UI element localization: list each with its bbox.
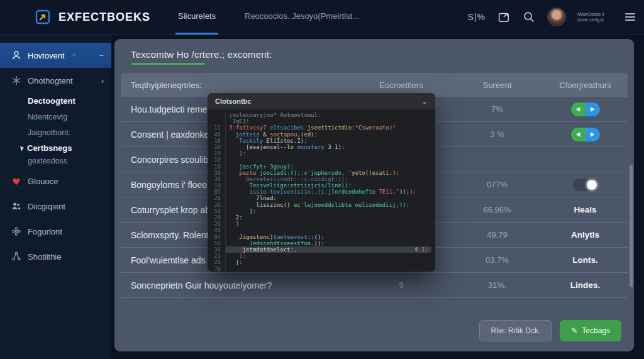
expand-icon[interactable]: −	[99, 51, 104, 60]
sidebar-subitem[interactable]: Dectoogtent	[0, 93, 111, 109]
sidebar-item[interactable]: Glouoce	[0, 168, 111, 194]
line-number: 30	[208, 170, 225, 176]
toggle-switch[interactable]: ◀▶	[571, 102, 600, 116]
modal-title: Clotsontbc	[215, 97, 251, 105]
column-header: Sureent	[452, 80, 543, 90]
person-icon	[11, 50, 21, 60]
panel-footer: Rlie: Rrlik Dck. ✎ Tecbags	[479, 320, 621, 341]
cursor-icon	[20, 145, 25, 151]
line-number: 34	[208, 246, 225, 253]
sidebar-subitem-label: Certbsnegs	[27, 143, 72, 153]
line-number: 10	[208, 182, 225, 189]
flower-icon	[11, 226, 21, 236]
primary-button[interactable]: ✎ Tecbags	[560, 320, 621, 341]
chevron-down-icon[interactable]: ⌄	[421, 97, 428, 106]
sidebar: Hovtovent˅−Ohothogtent›DectoogtentNdentc…	[0, 35, 111, 359]
line-number: 05	[208, 189, 225, 195]
code-line: 34 jetmdatdoeloct:.Φ 1:	[208, 246, 435, 253]
code-line: 04 Jigestenc)(aeteevsst::():	[208, 234, 435, 240]
nav-item[interactable]: Siicurelets	[175, 0, 218, 35]
code-line: 78	[208, 266, 435, 272]
line-number: 18	[208, 138, 225, 144]
row-tag: Anlytls	[543, 230, 628, 240]
row-tag: Heals	[543, 205, 628, 214]
cursor-indicator: Φ 1:	[414, 246, 431, 253]
row-value-2: 7%	[452, 104, 543, 114]
pencil-icon: ✎	[571, 326, 577, 335]
code-line: 28 |:	[208, 259, 435, 265]
line-number: 26	[208, 221, 225, 227]
nav-item[interactable]: Reocoocios..Jesoyo(Pmeirtlst...	[242, 0, 362, 35]
code-line: 30 peste joociedi:();:v'jephersdo, 'yeto…	[208, 170, 435, 176]
code-line: 21 ):	[208, 253, 435, 259]
avatar[interactable]	[547, 8, 566, 26]
stats-icon[interactable]: S|%	[468, 12, 486, 22]
code-line: TqE1!	[208, 118, 435, 124]
sidebar-subitem[interactable]: gextesdoss	[0, 153, 111, 168]
code-line: 20 2:	[208, 214, 435, 221]
line-number: 16	[208, 240, 225, 246]
line-number: 30	[208, 176, 225, 182]
toggle-switch[interactable]: ◀▶	[571, 128, 600, 141]
sidebar-item[interactable]: Shotiithie	[0, 244, 111, 269]
row-value-2: 3 %	[452, 130, 543, 139]
toggle-knob-icon	[587, 180, 597, 190]
brand: EXFECTBOEKS	[35, 9, 150, 25]
sidebar-item-label: Glouoce	[28, 177, 58, 186]
menu-icon[interactable]	[625, 13, 635, 21]
sidebar-item-label: Shotiithie	[28, 252, 61, 262]
sidebar-subitem[interactable]: Ndentcevtg	[0, 109, 111, 124]
search-icon[interactable]	[522, 10, 536, 24]
line-number: 26	[208, 195, 225, 201]
sidebar-item-label: Diicgiqient	[28, 202, 65, 211]
row-value-2: 49.79	[452, 230, 543, 240]
export-icon[interactable]	[497, 10, 511, 24]
code-line: 10	[208, 157, 435, 163]
row-tag: Lindes.	[543, 280, 628, 290]
code-line: 26 7lnad:	[208, 195, 435, 201]
column-header: Teqthyipleneqrtries:	[121, 80, 351, 90]
line-number: 36	[208, 202, 225, 208]
code-line: 26 }	[208, 221, 435, 227]
line-number: 58	[208, 208, 225, 214]
line-number: 10	[208, 163, 225, 170]
caret-down-icon: ˅	[72, 52, 75, 58]
topbar-actions: S|% NWerCnutse Il Ichvte certig ib	[468, 8, 635, 26]
toggle-switch[interactable]	[573, 179, 598, 191]
line-number: 21	[208, 253, 225, 259]
user-name: NWerCnutse Il Ichvte certig ib	[577, 11, 614, 23]
code-line: 48	[208, 227, 435, 233]
title-underline	[131, 63, 205, 65]
line-number: 04	[208, 234, 225, 240]
row-tag: Lonts.	[543, 255, 628, 265]
code-line: 48 jotteiz & soctapou,(ed):	[208, 131, 435, 138]
toggle-on-arrow-icon: ◀	[571, 102, 586, 116]
code-line: 58 ]:	[208, 208, 435, 214]
code-editor-modal: Clotsontbc ⌄ joolecoaryjoo* Aotmostomul:…	[208, 93, 435, 272]
row-value-2: 077%	[452, 180, 543, 189]
top-nav: SiicureletsReocoocios..Jesoyo(Pmeirtlst.…	[175, 0, 386, 35]
sidebar-subitem[interactable]: Jaignotbont:	[0, 124, 111, 140]
heart-icon	[11, 176, 21, 186]
code-line: 16 Jedscehdtsseestfoa.)):	[208, 240, 435, 246]
line-number: 11	[208, 124, 225, 131]
sidebar-item[interactable]: Hovtovent˅−	[0, 43, 111, 68]
code-editor[interactable]: joolecoaryjoo* Aotmostomul: TqE1!113:fat…	[208, 109, 435, 272]
app-logo-icon	[35, 9, 51, 25]
sidebar-item[interactable]: Ohothogtent›	[0, 68, 111, 93]
secondary-button[interactable]: Rlie: Rrlik Dck.	[479, 320, 553, 341]
scrollbar[interactable]	[630, 165, 633, 287]
sidebar-item[interactable]: Diicgiqient	[0, 194, 111, 219]
sidebar-item[interactable]: Fogurlont	[0, 219, 111, 244]
sidebar-subitem-label: gextesdoss	[28, 157, 67, 165]
expand-icon[interactable]: ›	[101, 76, 104, 86]
column-header: Cfoerjreathurs	[543, 80, 628, 90]
line-number	[208, 112, 225, 118]
code-line: 113:fativcsy7 eltsacibes jseetttictdio:*…	[208, 124, 435, 131]
line-number: 48	[208, 131, 225, 138]
line-number: 78	[208, 266, 225, 272]
line-number: 48	[208, 227, 225, 233]
main-area: Texcomtw Ho /crtere.; excoment: Teqthyip…	[111, 35, 644, 359]
column-header: Eocroettlers	[351, 80, 452, 90]
code-line: 10 jascfyt+-3gouy):	[208, 163, 435, 170]
